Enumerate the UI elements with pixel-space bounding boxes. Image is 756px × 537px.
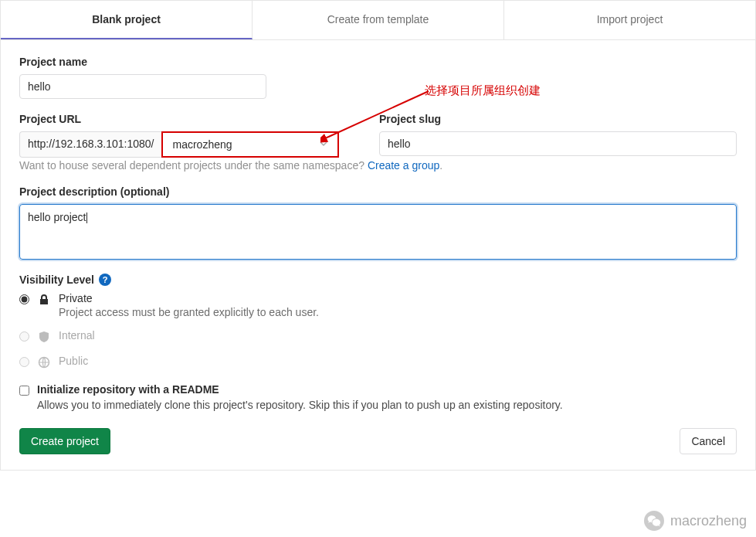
cancel-button[interactable]: Cancel [680,428,737,454]
project-url-label: Project URL [19,113,351,125]
project-description-label: Project description (optional) [19,185,737,198]
tab-import-project[interactable]: Import project [504,1,755,39]
radio-public [19,357,29,367]
help-icon[interactable]: ? [99,274,111,286]
globe-icon [37,355,51,369]
private-title: Private [59,292,319,304]
project-description-input[interactable]: hello project [19,204,737,260]
init-readme-checkbox[interactable] [19,386,29,396]
annotation-text: 选择项目所属组织创建 [425,83,541,98]
init-readme-title: Initialize repository with a README [37,383,563,396]
create-project-button[interactable]: Create project [19,428,110,454]
visibility-level-label: Visibility Level [19,274,94,286]
radio-private[interactable] [19,294,29,304]
init-readme-sub: Allows you to immediately clone this pro… [37,399,563,411]
project-url-prefix: http://192.168.3.101:1080/ [19,131,161,158]
tab-create-from-template[interactable]: Create from template [253,1,504,39]
lock-icon [37,293,51,307]
wechat-icon [644,511,664,531]
namespace-selected-value: macrozheng [172,138,232,151]
private-sub: Project access must be granted explicitl… [59,306,319,318]
radio-internal [19,331,29,342]
public-title: Public [59,355,88,367]
tab-blank-project[interactable]: Blank project [1,1,253,39]
chevron-down-icon [319,139,328,151]
project-slug-input[interactable] [379,131,737,156]
project-name-input[interactable] [19,74,266,99]
project-name-label: Project name [19,56,737,68]
project-slug-label: Project slug [379,113,737,125]
shield-icon [37,330,51,344]
watermark: macrozheng [644,511,747,531]
create-group-link[interactable]: Create a group [368,159,439,172]
tabs: Blank project Create from template Impor… [1,1,755,40]
namespace-help-text: Want to house several dependent projects… [19,159,737,172]
namespace-selector[interactable]: macrozheng [161,131,339,158]
internal-title: Internal [59,329,95,342]
